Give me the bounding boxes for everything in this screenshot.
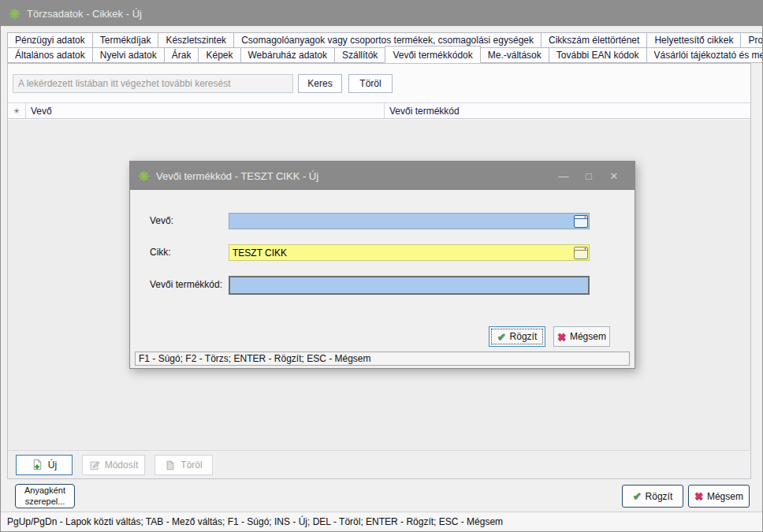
dialog-status-bar: F1 - Súgó; F2 - Törzs; ENTER - Rögzít; E…: [135, 352, 630, 366]
vevoi-termekkod-field[interactable]: [229, 276, 590, 295]
cancel-button-main[interactable]: ✖ Mégsem: [688, 485, 750, 508]
edit-button-label: Módosít: [105, 459, 139, 471]
save-button-main[interactable]: ✔ Rögzít: [622, 485, 683, 508]
search-input[interactable]: [13, 74, 293, 93]
tabstrip: Pénzügyi adatok Termékdíjak Készletszint…: [7, 32, 754, 63]
tab-kepek[interactable]: Képek: [198, 47, 240, 63]
clear-search-button[interactable]: Töröl: [348, 74, 393, 93]
tab-vasarloi-tajekoztato[interactable]: Vásárlói tájékoztató és megjegyzés sablo…: [646, 47, 763, 63]
vevo-label: Vevő:: [150, 215, 173, 226]
close-icon[interactable]: ✕: [601, 170, 627, 182]
tab-penzugyi-adatok[interactable]: Pénzügyi adatok: [7, 32, 93, 48]
dialog-status-text: F1 - Súgó; F2 - Törzs; ENTER - Rögzít; E…: [139, 353, 371, 364]
dialog-title: Vevői termékkód - TESZT CIKK - Új: [156, 170, 318, 182]
delete-button[interactable]: Töröl: [154, 455, 213, 475]
tab-tovabbi-ean-kodok[interactable]: További EAN kódok: [549, 47, 647, 63]
tab-termekdijak[interactable]: Termékdíjak: [92, 32, 159, 48]
minimize-icon[interactable]: —: [551, 170, 576, 182]
save-button-main-label: Rögzít: [646, 491, 673, 502]
edit-pencil-icon: [89, 459, 100, 471]
vevoi-termekkod-label: Vevői termékkód:: [150, 279, 222, 290]
dialog-cancel-label: Mégsem: [570, 331, 606, 342]
tab-arak[interactable]: Árak: [164, 47, 199, 63]
tab-nyelvi-adatok[interactable]: Nyelvi adatok: [92, 47, 165, 63]
cancel-x-icon: ✖: [694, 490, 703, 502]
cikk-lookup-icon[interactable]: [573, 246, 588, 259]
dialog-save-button[interactable]: ✔ Rögzít: [489, 326, 545, 347]
app-flower-icon: [9, 8, 20, 20]
dialog-window-controls: — □ ✕: [551, 170, 627, 182]
dialog-cancel-x-icon: ✖: [557, 331, 566, 343]
maximize-icon[interactable]: □: [576, 170, 601, 182]
dialog-check-icon: ✔: [497, 331, 506, 343]
main-titlebar: Törzsadatok - Cikkek - Új: [1, 1, 762, 26]
tab-row-1: Pénzügyi adatok Termékdíjak Készletszint…: [7, 32, 754, 47]
vevo-lookup-icon[interactable]: [573, 214, 588, 228]
tab-me-valtasok[interactable]: Me.-váltások: [480, 47, 549, 63]
cikk-label: Cikk:: [150, 247, 171, 258]
dialog-body: Vevő: Cikk: TESZT CIKK Vevői termékkód: …: [130, 190, 635, 368]
new-button[interactable]: Új: [16, 455, 73, 475]
tab-row-2: Általános adatok Nyelvi adatok Árak Képe…: [7, 47, 754, 63]
grid-header: ✳ Vevő Vevői termékkód: [8, 102, 750, 119]
grid-marker-icon: ✳: [8, 103, 26, 118]
search-button[interactable]: Keres: [298, 74, 342, 93]
material-occurrence-button[interactable]: Anyagként szerepel...: [15, 484, 75, 508]
new-button-label: Új: [48, 459, 57, 471]
tab-cikkszam-elettortenet[interactable]: Cikkszám élettörténet: [541, 32, 647, 48]
tab-webaruhaz-adatok[interactable]: Webáruház adatok: [240, 47, 336, 63]
tab-projekt-sablonok[interactable]: Projekt sablonok: [740, 32, 763, 48]
status-bar-text: PgUp/PgDn - Lapok közti váltás; TAB - Me…: [7, 516, 503, 527]
tab-altalanos-adatok[interactable]: Általános adatok: [7, 47, 93, 63]
tab-helyettesito-cikkek[interactable]: Helyettesítő cikkek: [646, 32, 741, 48]
dialog-titlebar[interactable]: Vevői termékkód - TESZT CIKK - Új — □ ✕: [130, 162, 635, 190]
tab-szallitok[interactable]: Szállítók: [334, 47, 385, 63]
check-icon: ✔: [633, 490, 642, 502]
cikk-field[interactable]: TESZT CIKK: [229, 244, 590, 261]
dialog-save-label: Rögzít: [510, 331, 538, 342]
grid-column-vevo[interactable]: Vevő: [26, 103, 385, 118]
delete-button-label: Töröl: [181, 459, 202, 471]
new-page-icon: [32, 459, 43, 471]
customer-product-code-dialog: Vevői termékkód - TESZT CIKK - Új — □ ✕ …: [129, 161, 635, 369]
edit-button[interactable]: Módosít: [82, 455, 145, 475]
cancel-button-main-label: Mégsem: [707, 491, 743, 502]
tab-vevoi-termekkodok[interactable]: Vevői termékkódok: [385, 46, 480, 63]
status-bar: PgUp/PgDn - Lapok közti váltás; TAB - Me…: [1, 512, 762, 531]
window-title: Törzsadatok - Cikkek - Új: [27, 8, 142, 20]
main-window: Törzsadatok - Cikkek - Új Pénzügyi adato…: [0, 0, 763, 532]
delete-page-icon: [165, 459, 176, 471]
tab-keszletszintek[interactable]: Készletszintek: [158, 32, 234, 48]
vevo-field[interactable]: [229, 213, 590, 229]
list-action-bar: Új Módosít Töröl: [8, 450, 750, 478]
dialog-cancel-button[interactable]: ✖ Mégsem: [553, 326, 610, 347]
dialog-flower-icon: [138, 170, 150, 182]
grid-column-vevoi-termekkod[interactable]: Vevői termékkód: [385, 103, 750, 118]
